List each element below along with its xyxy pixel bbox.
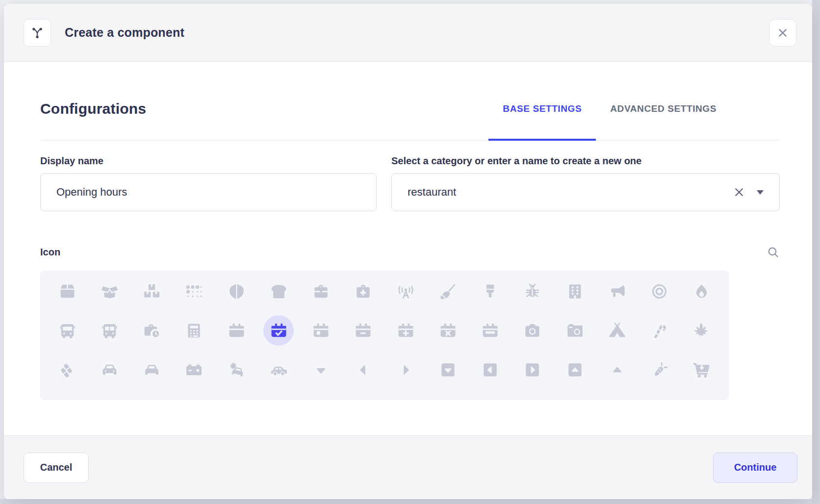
clear-selection-icon[interactable] — [732, 185, 746, 199]
icon-calendar[interactable] — [215, 311, 257, 350]
icon-broadcast-tower[interactable] — [384, 272, 427, 311]
continue-button[interactable]: Continue — [713, 453, 797, 483]
icon-cannabis[interactable] — [681, 311, 723, 350]
close-button[interactable] — [769, 19, 796, 47]
icon-bus[interactable] — [46, 311, 88, 350]
fields-row: Display name Select a category or enter … — [40, 155, 780, 211]
icon-broom[interactable] — [427, 272, 469, 311]
icon-brush[interactable] — [469, 272, 512, 311]
display-name-field: Display name — [40, 155, 377, 211]
icon-bread-slice[interactable] — [257, 272, 300, 311]
dropdown-caret-icon[interactable] — [757, 190, 764, 195]
icon-calendar-times[interactable] — [427, 311, 469, 350]
modal-footer: Cancel Continue — [4, 435, 812, 499]
category-field: Select a category or enter a name to cre… — [391, 155, 780, 211]
icon-calendar-minus[interactable] — [342, 311, 384, 350]
configurations-heading: Configurations — [40, 101, 146, 117]
display-name-label: Display name — [40, 155, 377, 167]
category-select[interactable]: restaurant — [391, 173, 780, 211]
icon-bug[interactable] — [512, 272, 554, 311]
icon-burn[interactable] — [681, 272, 723, 311]
icon-picker-header: Icon — [40, 246, 780, 259]
display-name-input[interactable] — [40, 173, 377, 211]
icon-car-battery[interactable] — [173, 350, 215, 389]
icon-caret-up[interactable] — [596, 350, 638, 389]
icon-car-crash[interactable] — [215, 350, 257, 389]
icon-camera[interactable] — [512, 311, 554, 350]
icon-bullseye[interactable] — [639, 272, 681, 311]
icon-briefcase-medical[interactable] — [342, 272, 384, 311]
icon-caret-square-up[interactable] — [554, 350, 596, 389]
settings-tabs: BASE SETTINGS ADVANCED SETTINGS — [488, 76, 731, 141]
icon-capsules[interactable] — [46, 350, 88, 389]
icon-picker-label: Icon — [40, 247, 60, 258]
icon-campground[interactable] — [596, 311, 638, 350]
icon-briefcase[interactable] — [300, 272, 342, 311]
icon-building[interactable] — [554, 272, 596, 311]
icon-calculator[interactable] — [173, 311, 215, 350]
cancel-button[interactable]: Cancel — [24, 453, 89, 483]
icon-calendar-plus[interactable] — [384, 311, 427, 350]
icon-caret-left[interactable] — [342, 350, 384, 389]
icon-calendar-week[interactable] — [469, 311, 512, 350]
icon-picker-panel — [40, 271, 729, 400]
modal-body: Configurations BASE SETTINGS ADVANCED SE… — [4, 62, 812, 435]
icon-grid — [46, 272, 723, 389]
tab-advanced-settings[interactable]: ADVANCED SETTINGS — [596, 76, 731, 141]
category-select-value: restaurant — [408, 186, 732, 199]
icon-brain[interactable] — [215, 272, 257, 311]
icon-car-side[interactable] — [257, 350, 300, 389]
category-label: Select a category or enter a name to cre… — [391, 155, 780, 167]
create-component-modal: Create a component Configurations BASE S… — [4, 4, 812, 499]
icon-caret-square-down[interactable] — [427, 350, 469, 389]
icon-car[interactable] — [88, 350, 130, 389]
icon-caret-right[interactable] — [384, 350, 427, 389]
icon-bullhorn[interactable] — [596, 272, 638, 311]
icon-calendar-check[interactable] — [257, 311, 300, 350]
close-icon — [776, 26, 789, 39]
configurations-header-row: Configurations BASE SETTINGS ADVANCED SE… — [40, 62, 780, 141]
tab-base-settings[interactable]: BASE SETTINGS — [488, 76, 596, 141]
component-branch-icon — [24, 19, 51, 47]
icon-caret-down[interactable] — [300, 350, 342, 389]
icon-carrot[interactable] — [639, 350, 681, 389]
icon-boxes-stacked[interactable] — [131, 272, 173, 311]
modal-title: Create a component — [65, 25, 184, 40]
icon-box-open[interactable] — [88, 272, 130, 311]
icon-business-time[interactable] — [131, 311, 173, 350]
icon-caret-square-right[interactable] — [512, 350, 554, 389]
icon-bus-alt[interactable] — [88, 311, 130, 350]
modal-header: Create a component — [4, 4, 812, 62]
icon-cart-arrow-down[interactable] — [681, 350, 723, 389]
icon-box[interactable] — [46, 272, 88, 311]
icon-camera-retro[interactable] — [554, 311, 596, 350]
icon-car-alt[interactable] — [131, 350, 173, 389]
icon-braille[interactable] — [173, 272, 215, 311]
search-icon[interactable] — [767, 246, 780, 259]
icon-caret-square-left[interactable] — [469, 350, 512, 389]
icon-calendar-day[interactable] — [300, 311, 342, 350]
icon-candy-cane[interactable] — [639, 311, 681, 350]
